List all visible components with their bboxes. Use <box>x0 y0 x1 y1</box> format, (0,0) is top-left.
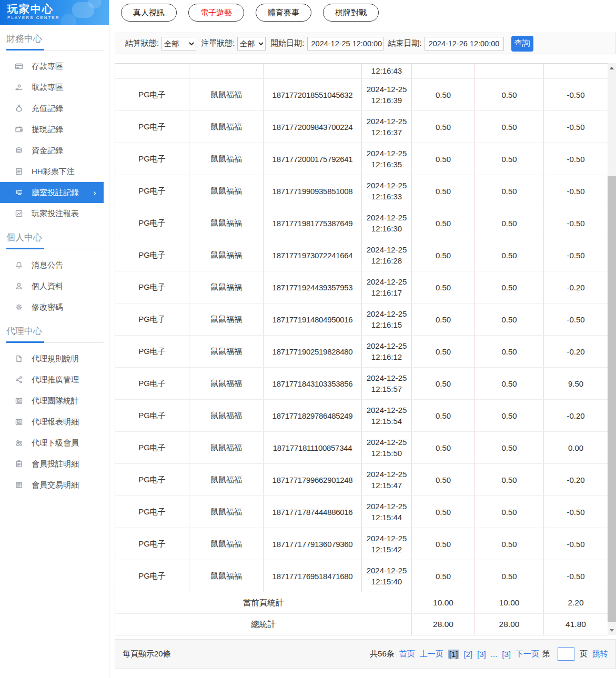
sidebar-item-label: 代理報表明細 <box>32 417 79 427</box>
table-row: PG电子鼠鼠福福18717719909358510082024-12-2512:… <box>115 175 608 207</box>
tab-3[interactable]: 棋牌對戰 <box>323 4 379 22</box>
sidebar-section-title: 個人中心 <box>6 231 109 244</box>
cell-bet: 0.50 <box>412 368 475 400</box>
cell-provider: PG电子 <box>115 528 189 560</box>
cell-time: 2024-12-2512:15:47 <box>362 464 412 496</box>
bet-records-table-wrap: 12:16:43PG电子鼠鼠福福18717720185510456322024-… <box>115 63 616 635</box>
cell-profit: -0.50 <box>544 528 608 560</box>
cell-bet: 0.50 <box>412 303 475 336</box>
sidebar-item-2-1[interactable]: 代理推廣管理› <box>0 369 109 390</box>
cell-game: 鼠鼠福福 <box>189 560 264 592</box>
sidebar-item-label: 資金記錄 <box>32 146 63 156</box>
sidebar-item-0-5[interactable]: HH彩票下注› <box>0 161 109 182</box>
scroll-down-icon[interactable] <box>608 626 616 634</box>
sidebar-item-label: 修改密碼 <box>32 302 63 312</box>
cell-profit: -0.20 <box>544 336 608 368</box>
sidebar-item-1-1[interactable]: 個人資料› <box>0 276 109 297</box>
cell-bet: 0.50 <box>412 496 475 528</box>
cell-profit: 0.00 <box>544 432 608 464</box>
scroll-up-icon[interactable] <box>608 64 616 72</box>
cell-bet: 0.50 <box>412 79 475 111</box>
section-underline <box>6 341 104 343</box>
cell-profit: -0.50 <box>544 111 608 143</box>
tab-1[interactable]: 電子遊藝 <box>188 4 244 22</box>
cell-time: 12:16:43 <box>362 64 412 79</box>
page-link-1[interactable]: [2] <box>463 650 472 659</box>
table-row: PG电子鼠鼠福福18717717695184716802024-12-2512:… <box>115 560 608 592</box>
table-row: PG电子鼠鼠福福18717717874448860162024-12-2512:… <box>115 496 608 528</box>
lottery-doc-icon <box>15 167 23 176</box>
sidebar-section-title: 代理中心 <box>6 325 109 337</box>
end-date-label: 結束日期: <box>388 38 422 48</box>
sidebar-item-0-1[interactable]: 取款專區› <box>0 77 109 98</box>
cell-valid: 0.50 <box>475 303 544 336</box>
tab-2[interactable]: 體育賽事 <box>256 4 311 22</box>
section-underline <box>6 248 104 249</box>
page-jump-input[interactable] <box>558 647 574 661</box>
cell-bet: 0.50 <box>412 271 475 303</box>
page-link-4[interactable]: [3] <box>502 650 511 659</box>
jump-button[interactable]: 跳转 <box>592 649 608 659</box>
sidebar-item-1-2[interactable]: 修改密碼› <box>0 297 109 318</box>
summary-valid: 10.00 <box>475 592 544 614</box>
share-icon <box>15 376 23 384</box>
cell-order: 1871771924439357953 <box>264 271 362 303</box>
sidebar-item-0-3[interactable]: 提現記錄› <box>0 119 109 140</box>
sidebar-item-2-3[interactable]: 代理報表明細› <box>0 411 109 432</box>
sidebar-item-0-6[interactable]: 廳室投註記錄› <box>0 182 104 203</box>
cell-game: 鼠鼠福福 <box>189 528 264 560</box>
sidebar-item-label: 提現記錄 <box>32 125 63 135</box>
sidebar-item-0-0[interactable]: 存款專區› <box>0 56 109 77</box>
sidebar-item-label: 代理推廣管理 <box>32 375 79 385</box>
cell-valid: 0.50 <box>475 432 544 464</box>
sidebar-item-0-2[interactable]: 充值記錄› <box>0 98 109 119</box>
game-category-tabbar: 真人視訊電子遊藝體育賽事棋牌對戰 <box>109 0 616 25</box>
cell-order: 1871771787444886016 <box>264 496 362 528</box>
cell-time: 2024-12-2512:16:17 <box>362 271 412 303</box>
sidebar-item-label: 代理團隊統計 <box>32 396 79 406</box>
prev-page-link[interactable]: 上一页 <box>420 649 443 659</box>
sidebar-item-2-5[interactable]: 會員投註明細› <box>0 453 109 474</box>
cell-order: 1871772009843700224 <box>264 111 362 143</box>
order-status-select[interactable]: 全部 <box>237 37 266 50</box>
sidebar-section-title: 財務中心 <box>6 33 109 45</box>
start-date-input[interactable] <box>307 37 383 50</box>
sidebar-item-2-0[interactable]: 代理規則說明› <box>0 348 109 369</box>
settle-status-select[interactable]: 全部 <box>161 37 196 50</box>
page-link-0[interactable]: [1] <box>448 650 459 659</box>
cell-profit: -0.20 <box>544 400 608 432</box>
table-row: PG电子鼠鼠福福18717718297864852492024-12-2512:… <box>115 400 608 432</box>
sidebar-item-0-7[interactable]: 玩家投注報表› <box>0 203 109 224</box>
next-page-link[interactable]: 下一页 <box>516 649 539 659</box>
cell-bet: 0.50 <box>412 239 475 271</box>
cell-order: 1871772000175792641 <box>264 143 362 175</box>
cell-time: 2024-12-2512:16:35 <box>362 143 412 175</box>
sidebar-item-1-0[interactable]: 消息公告› <box>0 255 109 276</box>
tab-0[interactable]: 真人視訊 <box>121 4 177 22</box>
sidebar-item-2-6[interactable]: 會員交易明細› <box>0 474 109 495</box>
cell-time: 2024-12-2512:16:28 <box>362 239 412 271</box>
sidebar-item-0-4[interactable]: 資金記錄› <box>0 140 109 161</box>
cell-time: 2024-12-2512:16:39 <box>362 79 412 111</box>
cell-time: 2024-12-2512:16:15 <box>362 303 412 336</box>
page-link-3[interactable]: ... <box>491 650 498 659</box>
cell-valid: 0.50 <box>475 560 544 592</box>
table-scrollbar[interactable] <box>608 63 616 635</box>
news-icon <box>15 418 23 426</box>
page-link-2[interactable]: [3] <box>477 650 486 659</box>
end-date-input[interactable] <box>425 37 504 50</box>
scrollbar-thumb[interactable] <box>608 176 616 622</box>
cell-time: 2024-12-2512:15:42 <box>362 528 412 560</box>
cell-valid: 0.50 <box>475 207 544 239</box>
sidebar-item-2-2[interactable]: 代理團隊統計› <box>0 390 109 411</box>
cell-valid: 0.50 <box>475 464 544 496</box>
sidebar-item-2-4[interactable]: 代理下級會員› <box>0 432 109 453</box>
first-page-link[interactable]: 首页 <box>399 649 415 659</box>
start-date-label: 開始日期: <box>270 38 304 48</box>
total-count-label: 共56条 <box>370 649 395 659</box>
summary-bet: 28.00 <box>412 614 475 635</box>
search-button[interactable]: 查詢 <box>511 36 533 52</box>
cell-order: 1871771973072241664 <box>264 239 362 271</box>
cell-provider: PG电子 <box>115 111 189 143</box>
cell-valid: 0.50 <box>475 271 544 303</box>
